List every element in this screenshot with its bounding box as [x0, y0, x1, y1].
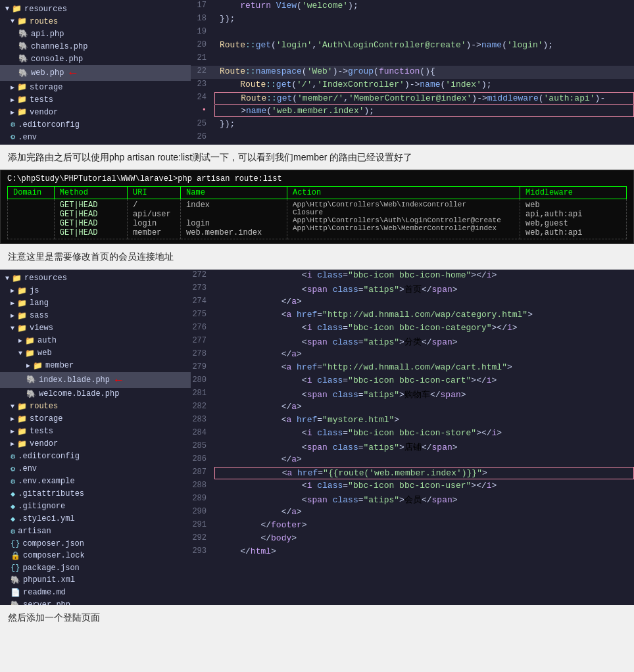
expand-arrow: ▶	[11, 312, 14, 320]
sidebar2-item-readme[interactable]: 📄 readme.md	[0, 587, 191, 599]
sidebar-item-channels-php[interactable]: 🐘 channels.php	[0, 40, 191, 53]
code-line-274: 274 </a>	[191, 296, 634, 309]
sidebar-label: sass	[30, 311, 49, 320]
sidebar-item-resources[interactable]: ▼ 📁 resources	[0, 3, 191, 15]
code-line-287: 287 <a href="{{route('web.member.index')…	[191, 467, 634, 480]
sidebar2-item-web[interactable]: ▼ 📁 web	[0, 347, 191, 360]
expand-arrow: ▶	[26, 362, 30, 370]
expand-arrow: ▼	[11, 325, 14, 332]
sidebar2-item-lang[interactable]: ▶ 📁 lang	[0, 297, 191, 310]
folder-icon: 📁	[17, 82, 27, 92]
sidebar2-item-server[interactable]: 🐘 server.php	[0, 599, 191, 605]
file-icon: 🐘	[26, 389, 36, 399]
annotation-2: 注意这里是需要修改首页的会员连接地址	[0, 244, 634, 269]
folder-icon: 📁	[33, 361, 43, 371]
sidebar-label: .editorconfig	[18, 120, 80, 130]
folder-icon: 📁	[12, 274, 22, 283]
sidebar-label: web.php	[31, 68, 64, 78]
code-line-19: 19	[191, 26, 634, 39]
sidebar-label: storage	[30, 83, 62, 92]
cell-uri: / api/user login member	[128, 199, 181, 239]
sidebar-label: auth	[37, 336, 57, 345]
sidebar-1: ▼ 📁 resources ▼ 📁 routes 🐘 api.php 🐘 cha…	[0, 0, 191, 145]
sidebar2-item-resources[interactable]: ▼ 📁 resources	[0, 272, 191, 285]
code-line-285: 285 <span class="atips">店铺</span>	[191, 441, 634, 454]
sidebar-item-editorconfig[interactable]: ⚙ .editorconfig	[0, 118, 191, 131]
expand-arrow: ▶	[11, 427, 14, 435]
cell-name: index login web.member.index	[181, 199, 287, 239]
sidebar2-item-member[interactable]: ▶ 📁 member	[0, 360, 191, 372]
sidebar2-item-env[interactable]: ⚙ .env	[0, 463, 191, 475]
sidebar2-item-views[interactable]: ▼ 📁 views	[0, 322, 191, 335]
sidebar2-item-editorconfig[interactable]: ⚙ .editorconfig	[0, 450, 191, 463]
cell-method: GET|HEAD GET|HEAD GET|HEAD GET|HEAD	[54, 199, 127, 239]
folder-icon: 📁	[17, 414, 27, 424]
file-icon: 🐘	[26, 375, 36, 385]
sidebar-label: readme.md	[23, 588, 66, 597]
code-line-273: 273 <span class="atips">首页</span>	[191, 283, 634, 296]
sidebar2-item-welcome-blade[interactable]: 🐘 welcome.blade.php	[0, 388, 191, 400]
col-method: Method	[54, 187, 127, 199]
sidebar2-item-index-blade[interactable]: 🐘 index.blade.php ←	[0, 372, 191, 388]
code-line-276: 276 <i class="bbc-icon bbc-icon-category…	[191, 322, 634, 335]
sidebar2-item-routes[interactable]: ▼ 📁 routes	[0, 400, 191, 413]
sidebar-item-vendor[interactable]: ▶ 📁 vendor	[0, 106, 191, 118]
file-icon: ◆	[11, 489, 15, 499]
sidebar-item-console-php[interactable]: 🐘 console.php	[0, 53, 191, 65]
sidebar-item-env[interactable]: ⚙ .env	[0, 131, 191, 143]
folder-icon: 📁	[17, 299, 27, 308]
code-editor-2: 272 <i class="bbc-icon bbc-icon-home"></…	[191, 270, 634, 605]
expand-arrow: ▶	[11, 108, 14, 116]
sidebar-item-routes[interactable]: ▼ 📁 routes	[0, 15, 191, 28]
expand-arrow: ▼	[11, 18, 14, 25]
sidebar-item-web-php[interactable]: 🐘 web.php ←	[0, 65, 191, 81]
sidebar2-item-package-json[interactable]: {} package.json	[0, 562, 191, 574]
editor-section-1: ▼ 📁 resources ▼ 📁 routes 🐘 api.php 🐘 cha…	[0, 0, 634, 145]
sidebar2-item-styleci[interactable]: ◆ .styleci.yml	[0, 513, 191, 525]
sidebar2-item-composer-lock[interactable]: 🔒 composer.lock	[0, 550, 191, 562]
sidebar-label: lang	[30, 299, 49, 308]
sidebar-label: js	[30, 286, 39, 295]
sidebar2-item-tests[interactable]: ▶ 📁 tests	[0, 425, 191, 438]
file-icon: ⚙	[11, 452, 15, 462]
sidebar-label: resources	[24, 5, 67, 14]
expand-arrow: ▼	[5, 275, 9, 282]
sidebar-item-tests[interactable]: ▶ 📁 tests	[0, 93, 191, 106]
folder-icon: 📁	[17, 95, 27, 105]
sidebar2-item-js[interactable]: ▶ 📁 js	[0, 285, 191, 297]
sidebar2-item-storage[interactable]: ▶ 📁 storage	[0, 413, 191, 425]
file-icon: ⚙	[11, 132, 15, 142]
file-icon: 🐘	[18, 29, 28, 39]
sidebar2-item-phpunit[interactable]: 🐘 phpunit.xml	[0, 574, 191, 587]
col-action: Action	[287, 187, 520, 199]
sidebar2-item-gitignore[interactable]: ◆ .gitignore	[0, 500, 191, 513]
code-line-288: 288 <i class="bbc-icon bbc-icon-user"></…	[191, 480, 634, 493]
sidebar-label: .env	[18, 464, 37, 473]
sidebar-label: phpunit.xml	[23, 575, 75, 585]
sidebar2-item-vendor[interactable]: ▶ 📁 vendor	[0, 438, 191, 450]
sidebar2-item-composer-json[interactable]: {} composer.json	[0, 538, 191, 550]
sidebar-label: .env.example	[18, 477, 74, 486]
sidebar2-item-sass[interactable]: ▶ 📁 sass	[0, 310, 191, 322]
sidebar-label: .editorconfig	[18, 452, 80, 461]
folder-icon: 📁	[17, 16, 27, 26]
cell-domain	[8, 199, 55, 239]
code-line-272: 272 <i class="bbc-icon bbc-icon-home"></…	[191, 270, 634, 283]
code-line-282: 282 </a>	[191, 401, 634, 414]
sidebar-item-storage[interactable]: ▶ 📁 storage	[0, 81, 191, 93]
sidebar-2: ▼ 📁 resources ▶ 📁 js ▶ 📁 lang ▶ 📁 sass ▼…	[0, 270, 191, 605]
sidebar2-item-gitattributes[interactable]: ◆ .gitattributes	[0, 488, 191, 500]
sidebar2-item-env-example[interactable]: ⚙ .env.example	[0, 475, 191, 488]
sidebar-item-env-example[interactable]: ⚙ .env.example	[0, 143, 191, 145]
folder-icon: 📁	[17, 107, 27, 117]
file-icon: ⚙	[11, 477, 15, 487]
route-list-table: Domain Method URI Name Action Middleware…	[7, 186, 627, 239]
folder-icon: 📁	[17, 427, 27, 437]
sidebar-item-api-php[interactable]: 🐘 api.php	[0, 28, 191, 40]
code-line-25: 25 });	[191, 118, 634, 132]
file-icon: {}	[11, 564, 20, 573]
sidebar-label: routes	[30, 402, 58, 411]
sidebar2-item-auth[interactable]: ▶ 📁 auth	[0, 335, 191, 347]
sidebar2-item-artisan[interactable]: ⚙ artisan	[0, 525, 191, 538]
expand-arrow: ▼	[18, 350, 22, 357]
